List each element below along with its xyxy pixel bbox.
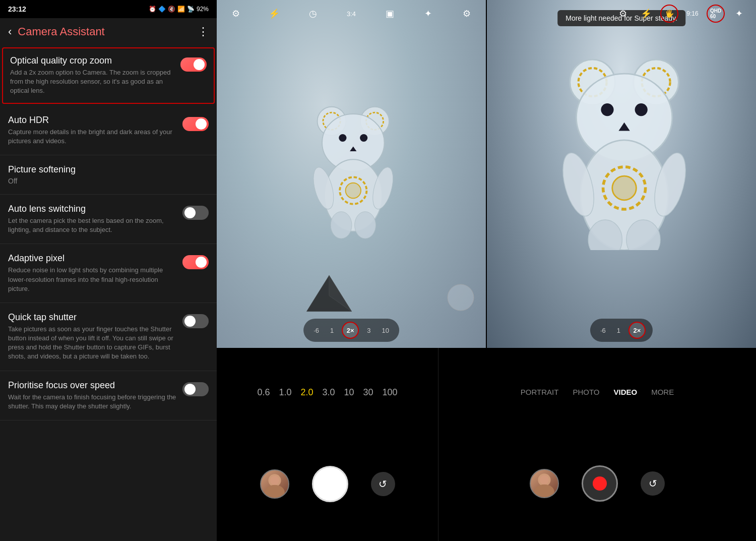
setting-picture-softening[interactable]: Picture softening Off [0,155,217,195]
mode-buttons-right: PORTRAIT PHOTO VIDEO MORE [521,388,674,396]
setting-text-softening: Picture softening Off [8,164,209,185]
mode-portrait[interactable]: PORTRAIT [521,388,559,396]
camera-view-right: More light needed for Super steady. ⚙ ⚡ … [486,0,756,348]
extra-icon-left[interactable]: ✦ [419,5,437,23]
setting-auto-lens[interactable]: Auto lens switching Let the camera pick … [0,195,217,244]
zoom-overlay-left: ·6 1 2× 3 10 [303,319,399,342]
mode-more[interactable]: MORE [651,388,674,396]
setting-text-lens: Auto lens switching Let the camera pick … [8,204,176,234]
frame-icon-left[interactable]: ▣ [381,5,399,23]
zoom-btn-2x-right[interactable]: 2× [628,322,646,339]
flash-icon-right[interactable]: ⚡ [637,5,655,23]
mode-video[interactable]: VIDEO [613,388,637,396]
bluetooth-icon: 🔷 [158,6,166,13]
zoom-btn-10-left[interactable]: 10 [379,326,392,335]
setting-title-optical: Optical quality crop zoom [10,55,174,66]
settings-list: Optical quality crop zoom Add a 2x zoom … [0,45,217,541]
toggle-knob-lens [184,207,196,218]
settings-icon-left[interactable]: ⚙ [227,5,245,23]
setting-desc-quick: Take pictures as soon as your finger tou… [8,325,176,362]
setting-prioritise-focus[interactable]: Prioritise focus over speed Wait for the… [0,371,217,420]
zoom-numbers-left: 0.6 1.0 2.0 3.0 10 30 100 [257,387,397,398]
setting-title-softening: Picture softening [8,164,209,175]
zn-10x[interactable]: 10 [344,387,354,398]
thumbnail-right[interactable] [530,469,559,498]
volume-icon: 🔇 [168,6,175,13]
bottom-controls-right: PORTRAIT PHOTO VIDEO MORE ↺ [438,348,756,541]
setting-auto-hdr[interactable]: Auto HDR Capture more details in the bri… [0,106,217,155]
svg-point-34 [265,485,285,498]
setting-desc-focus: Wait for the camera to finish focusing b… [8,393,176,411]
alarm-icon: ⏰ [149,6,156,13]
setting-quick-tap[interactable]: Quick tap shutter Take pictures as soon … [0,303,217,371]
toggle-auto-lens[interactable] [182,206,209,220]
settings-icon-right[interactable]: ⚙ [614,5,632,23]
zoom-btn-3-left[interactable]: 3 [364,326,373,335]
flip-camera-left[interactable]: ↺ [371,472,395,496]
setting-text-adaptive: Adaptive pixel Reduce noise in low light… [8,253,176,293]
app-header: ‹ Camera Assistant ⋮ [0,18,217,45]
flip-camera-right[interactable]: ↺ [641,471,665,496]
camera-assistant-panel: 23:12 ⏰ 🔷 🔇 📶 📡 92% ‹ Camera Assistant ⋮… [0,0,217,541]
setting-desc-optical: Add a 2x zoom option to Camera. The zoom… [10,68,174,96]
toggle-auto-hdr[interactable] [182,117,209,131]
toggle-quick-tap[interactable] [182,314,209,328]
menu-button[interactable]: ⋮ [198,25,209,38]
setting-text-hdr: Auto HDR Capture more details in the bri… [8,115,176,146]
setting-text-optical: Optical quality crop zoom Add a 2x zoom … [10,55,174,96]
toggle-focus[interactable] [182,382,209,396]
svg-point-35 [270,475,279,485]
bottom-controls-left: 0.6 1.0 2.0 3.0 10 30 100 ↺ [217,348,438,541]
zoom-btn-2x-left[interactable]: 2× [342,322,359,339]
crystal-ball-left [446,282,476,313]
zn-06[interactable]: 0.6 [257,387,270,398]
supersteady-icon-right[interactable]: 🖐 [660,5,678,23]
camera-settings-left[interactable]: ⚙ [458,5,476,23]
setting-title-quick: Quick tap shutter [8,312,176,323]
toggle-optical-crop[interactable] [180,57,207,72]
timer-icon-left[interactable]: ◷ [304,5,322,23]
qhd-icon-right[interactable]: QHD60 [707,5,725,23]
zoom-btn-06-left[interactable]: ·6 [310,326,322,335]
svg-point-38 [540,475,549,484]
toggle-knob-quick [184,316,196,327]
flash-icon-left[interactable]: ⚡ [265,5,283,23]
setting-title-lens: Auto lens switching [8,204,176,214]
setting-adaptive-pixel[interactable]: Adaptive pixel Reduce noise in low light… [0,244,217,303]
header-left: ‹ Camera Assistant [8,25,105,38]
shutter-button-left[interactable] [312,466,348,502]
svg-point-14 [355,212,376,238]
status-bar: 23:12 ⏰ 🔷 🔇 📶 📡 92% [0,0,217,18]
pyramid-left [301,273,357,314]
zoom-overlay-right: ·6 1 2× [590,319,653,342]
zn-20[interactable]: 2.0 [300,387,313,398]
zoom-btn-06-right[interactable]: ·6 [597,326,609,335]
zoom-btn-1-right[interactable]: 1 [614,326,623,335]
signal-icon: 📡 [187,6,195,13]
setting-text-focus: Prioritise focus over speed Wait for the… [8,380,176,411]
shutter-button-right[interactable] [582,465,618,502]
setting-desc-adaptive: Reduce noise in low light shots by combi… [8,266,176,293]
extra-icon-right[interactable]: ✦ [730,5,748,23]
setting-title-adaptive: Adaptive pixel [8,253,176,264]
toggle-adaptive-pixel[interactable] [182,255,209,269]
ratio-icon-left[interactable]: 3:4 [342,5,360,23]
zoom-btn-1-left[interactable]: 1 [327,326,337,335]
back-button[interactable]: ‹ [8,25,12,38]
ratio-icon-right[interactable]: 9:16 [683,5,702,23]
zn-10[interactable]: 1.0 [279,387,291,398]
camera-area: ⚙ ⚡ ◷ 3:4 ▣ ✦ ⚙ ·6 1 2× 3 10 [217,0,756,541]
zn-100[interactable]: 100 [383,387,398,398]
record-dot [593,476,607,491]
thumbnail-img-right [531,469,558,498]
setting-optical-crop-zoom[interactable]: Optical quality crop zoom Add a 2x zoom … [2,47,215,104]
zn-30[interactable]: 3.0 [322,387,335,398]
svg-point-10 [346,183,361,198]
camera-toolbar-right: ⚙ ⚡ 🖐 9:16 QHD60 ✦ [487,0,756,27]
thumbnail-left[interactable] [260,469,289,499]
toggle-knob-hdr [196,118,207,130]
mode-photo[interactable]: PHOTO [573,388,599,396]
wifi-icon: 📶 [177,6,185,13]
zn-30x[interactable]: 30 [363,387,373,398]
setting-desc-hdr: Capture more details in the bright and d… [8,128,176,146]
